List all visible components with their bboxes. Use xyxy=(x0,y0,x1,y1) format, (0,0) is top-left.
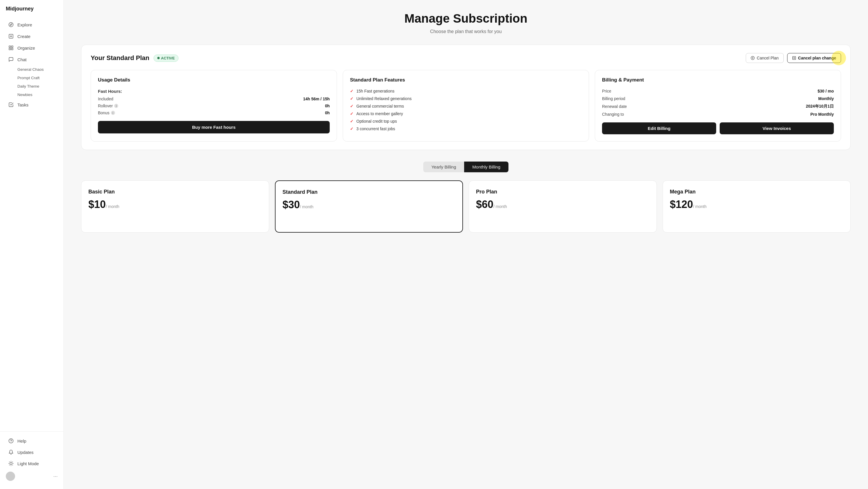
sidebar-sub-item-newbies[interactable]: Newbies xyxy=(2,91,61,98)
svg-line-19 xyxy=(12,462,13,462)
plan-mega-name: Mega Plan xyxy=(670,189,843,195)
svg-rect-7 xyxy=(9,49,10,50)
yearly-billing-button[interactable]: Yearly Billing xyxy=(423,162,464,172)
changing-value: Pro Monthly xyxy=(810,112,834,117)
current-plan-header: Your Standard Plan ACTIVE Cancel Plan Ca… xyxy=(91,53,841,63)
sidebar-item-label: Updates xyxy=(18,450,34,455)
billing-card: Billing & Payment Price $30 / mo Billing… xyxy=(595,70,841,142)
check-icon: ✓ xyxy=(350,104,353,109)
active-badge: ACTIVE xyxy=(154,55,179,62)
bell-icon xyxy=(8,449,14,455)
feature-item: ✓ Optional credit top ups xyxy=(350,119,582,123)
billing-renewal-row: Renewal date 2024年10月1日 xyxy=(602,104,834,109)
svg-rect-5 xyxy=(9,46,10,47)
current-plan-title-row: Your Standard Plan ACTIVE xyxy=(91,54,179,62)
usage-details-card: Usage Details Fast Hours: Included 14h 5… xyxy=(91,70,337,142)
app-logo: Midjourney xyxy=(0,6,63,19)
bonus-label: Bonus i xyxy=(98,111,115,115)
check-icon: ✓ xyxy=(350,89,353,93)
period-label: Billing period xyxy=(602,96,625,101)
edit-billing-button[interactable]: Edit Billing xyxy=(602,122,716,134)
bonus-info-icon[interactable]: i xyxy=(111,111,115,115)
feature-item: ✓ 3 concurrent fast jobs xyxy=(350,126,582,131)
cancel-plan-button[interactable]: Cancel Plan xyxy=(746,53,784,63)
avatar xyxy=(6,471,15,481)
sidebar-sub-item-general-chaos[interactable]: General Chaos xyxy=(2,65,61,74)
price-value: $30 / mo xyxy=(817,89,834,93)
plan-card-basic: Basic Plan $10/ month xyxy=(81,180,269,233)
bonus-value: 0h xyxy=(325,111,330,115)
features-card-title: Standard Plan Features xyxy=(350,77,582,83)
plan-pro-name: Pro Plan xyxy=(476,189,650,195)
plan-details-row: Usage Details Fast Hours: Included 14h 5… xyxy=(91,70,841,142)
feature-item: ✓ 15h Fast generations xyxy=(350,89,582,93)
current-plan-section: Your Standard Plan ACTIVE Cancel Plan Ca… xyxy=(81,45,850,150)
cancel-change-icon xyxy=(792,56,796,60)
plan-card-mega: Mega Plan $120/ month xyxy=(662,180,850,233)
avatar-dots[interactable]: ··· xyxy=(53,473,58,480)
buy-fast-hours-button[interactable]: Buy more Fast hours xyxy=(98,121,330,134)
page-title: Manage Subscription xyxy=(81,11,850,26)
period-value: Monthly xyxy=(818,96,834,101)
plan-standard-price: $30/ month xyxy=(282,199,456,211)
feature-item: ✓ Unlimited Relaxed generations xyxy=(350,96,582,101)
fast-hours-label: Fast Hours: xyxy=(98,89,330,94)
billing-action-buttons: Edit Billing View Invoices xyxy=(602,122,834,134)
plan-basic-price: $10/ month xyxy=(88,198,262,210)
svg-point-0 xyxy=(9,23,13,27)
compass-icon xyxy=(8,22,14,28)
monthly-billing-button[interactable]: Monthly Billing xyxy=(464,162,508,172)
plan-card-pro: Pro Plan $60/ month xyxy=(469,180,657,233)
billing-card-title: Billing & Payment xyxy=(602,77,834,83)
sidebar-item-light-mode[interactable]: Light Mode xyxy=(2,458,61,469)
svg-rect-8 xyxy=(11,49,13,50)
sun-icon xyxy=(8,461,14,466)
sidebar-sub-item-daily-theme[interactable]: Daily Theme xyxy=(2,82,61,90)
help-icon xyxy=(8,438,14,444)
svg-point-11 xyxy=(10,462,12,465)
sidebar: Midjourney Explore Create Organize Chat … xyxy=(0,0,64,489)
rollover-label: Rollover i xyxy=(98,104,118,108)
rollover-value: 0h xyxy=(325,104,330,108)
sidebar-item-help[interactable]: Help xyxy=(2,435,61,447)
chat-icon xyxy=(8,57,14,62)
usage-card-title: Usage Details xyxy=(98,77,330,83)
main-content: Manage Subscription Choose the plan that… xyxy=(64,0,868,489)
sidebar-sub-item-prompt-craft[interactable]: Prompt Craft xyxy=(2,74,61,82)
sidebar-item-label: Explore xyxy=(18,22,32,27)
renewal-value: 2024年10月1日 xyxy=(806,104,834,109)
sidebar-item-label: Tasks xyxy=(18,103,28,107)
billing-changing-row: Changing to Pro Monthly xyxy=(602,112,834,117)
sidebar-item-organize[interactable]: Organize xyxy=(2,42,61,53)
organize-icon xyxy=(8,45,14,51)
sidebar-item-updates[interactable]: Updates xyxy=(2,447,61,458)
sidebar-item-tasks[interactable]: Tasks xyxy=(2,99,61,110)
user-profile-row[interactable]: ··· xyxy=(0,469,63,483)
features-card: Standard Plan Features ✓ 15h Fast genera… xyxy=(343,70,589,142)
sidebar-item-explore[interactable]: Explore xyxy=(2,19,61,30)
plan-pro-price: $60/ month xyxy=(476,198,650,210)
cancel-plan-change-button[interactable]: Cancel plan change xyxy=(787,53,841,63)
sidebar-item-label: Organize xyxy=(18,46,35,51)
current-plan-title: Your Standard Plan xyxy=(91,54,150,62)
page-subtitle: Choose the plan that works for you xyxy=(81,29,850,34)
renewal-label: Renewal date xyxy=(602,104,627,109)
current-plan-actions: Cancel Plan Cancel plan change xyxy=(746,53,841,63)
sidebar-item-label: Chat xyxy=(18,57,27,62)
sidebar-item-chat[interactable]: Chat xyxy=(2,54,61,65)
included-value: 14h 56m / 15h xyxy=(303,96,330,101)
view-invoices-button[interactable]: View Invoices xyxy=(720,122,834,134)
sidebar-item-label: Create xyxy=(18,34,30,39)
sidebar-item-label: Light Mode xyxy=(18,461,39,466)
usage-rollover-row: Rollover i 0h xyxy=(98,104,330,108)
plan-standard-name: Standard Plan xyxy=(282,189,456,195)
billing-period-row: Billing period Monthly xyxy=(602,96,834,101)
create-icon xyxy=(8,33,14,39)
included-label: Included xyxy=(98,96,113,101)
plans-comparison-grid: Basic Plan $10/ month Standard Plan $30/… xyxy=(81,180,850,233)
feature-item: ✓ General commercial terms xyxy=(350,104,582,109)
rollover-info-icon[interactable]: i xyxy=(114,104,118,108)
sidebar-item-create[interactable]: Create xyxy=(2,31,61,42)
usage-included-row: Included 14h 56m / 15h xyxy=(98,96,330,101)
plan-mega-price: $120/ month xyxy=(670,198,843,210)
